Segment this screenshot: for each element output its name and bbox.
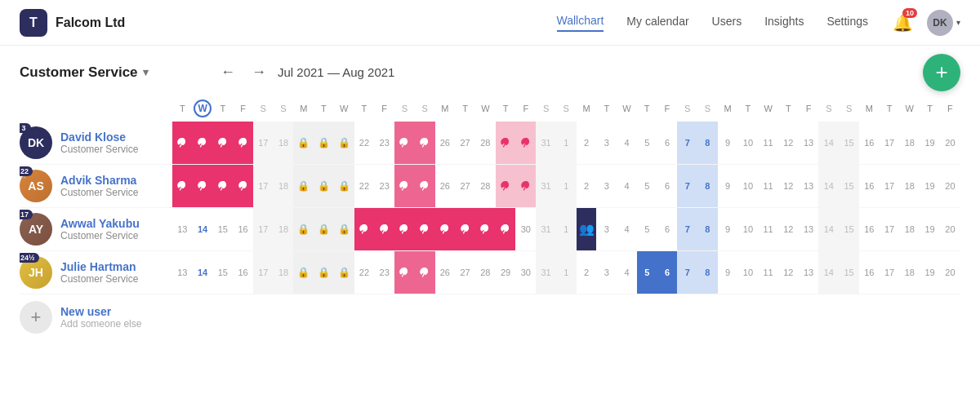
- day-cell-r0-c11[interactable]: [394, 122, 415, 165]
- day-cell-r0-c33[interactable]: 15: [839, 122, 859, 165]
- day-cell-r1-c23[interactable]: 5: [637, 165, 657, 208]
- user-avatar[interactable]: DK: [927, 10, 953, 36]
- day-cell-r1-c1[interactable]: [193, 165, 213, 208]
- day-cell-r0-c28[interactable]: 10: [738, 122, 759, 165]
- day-cell-r0-c5[interactable]: 18: [274, 122, 294, 165]
- day-cell-r3-c0[interactable]: 13: [172, 251, 193, 294]
- day-cell-r3-c27[interactable]: 9: [718, 251, 738, 294]
- day-cell-r2-c17[interactable]: 30: [515, 208, 536, 251]
- day-cell-r1-c13[interactable]: 26: [435, 165, 456, 208]
- day-cell-r2-c24[interactable]: 6: [657, 208, 678, 251]
- prev-period-button[interactable]: ←: [216, 62, 240, 82]
- day-cell-r2-c35[interactable]: 17: [880, 208, 900, 251]
- day-cell-r1-c32[interactable]: 14: [818, 165, 839, 208]
- day-cell-r1-c8[interactable]: 🔒: [334, 165, 354, 208]
- day-cell-r0-c16[interactable]: [496, 122, 516, 165]
- day-cell-r1-c3[interactable]: [233, 165, 253, 208]
- day-cell-r2-c20[interactable]: 👥: [577, 208, 597, 251]
- day-cell-r1-c37[interactable]: 19: [920, 165, 940, 208]
- department-selector[interactable]: Customer Service ▾: [20, 64, 183, 81]
- day-cell-r0-c38[interactable]: 20: [940, 122, 960, 165]
- day-cell-r0-c31[interactable]: 13: [799, 122, 819, 165]
- day-cell-r3-c16[interactable]: 29: [496, 251, 516, 294]
- user-menu[interactable]: DK ▾: [927, 10, 960, 36]
- day-cell-r2-c2[interactable]: 15: [212, 208, 233, 251]
- day-cell-r3-c37[interactable]: 19: [920, 251, 940, 294]
- day-cell-r0-c12[interactable]: [415, 122, 435, 165]
- day-cell-r2-c21[interactable]: 3: [596, 208, 617, 251]
- day-cell-r0-c9[interactable]: 22: [354, 122, 375, 165]
- day-cell-r1-c27[interactable]: 9: [718, 165, 738, 208]
- nav-insights[interactable]: Insights: [764, 15, 804, 31]
- day-cell-r3-c21[interactable]: 3: [596, 251, 617, 294]
- day-cell-r3-c8[interactable]: 🔒: [334, 251, 354, 294]
- day-cell-r1-c11[interactable]: [394, 165, 415, 208]
- day-cell-r1-c2[interactable]: [212, 165, 233, 208]
- day-cell-r1-c34[interactable]: 16: [859, 165, 880, 208]
- day-cell-r1-c35[interactable]: 17: [880, 165, 900, 208]
- day-cell-r2-c1[interactable]: 14: [193, 208, 213, 251]
- day-cell-r2-c25[interactable]: 7: [677, 208, 697, 251]
- day-cell-r2-c22[interactable]: 4: [617, 208, 637, 251]
- day-cell-r1-c18[interactable]: 31: [536, 165, 556, 208]
- day-cell-r2-c16[interactable]: [496, 208, 516, 251]
- day-cell-r3-c5[interactable]: 18: [274, 251, 294, 294]
- day-cell-r0-c23[interactable]: 5: [637, 122, 657, 165]
- day-cell-r3-c33[interactable]: 15: [839, 251, 859, 294]
- day-cell-r3-c24[interactable]: 6: [657, 251, 678, 294]
- day-cell-r0-c7[interactable]: 🔒: [314, 122, 334, 165]
- day-cell-r1-c14[interactable]: 27: [455, 165, 475, 208]
- day-cell-r3-c18[interactable]: 31: [536, 251, 556, 294]
- day-cell-r2-c11[interactable]: [394, 208, 415, 251]
- day-cell-r2-c37[interactable]: 19: [920, 208, 940, 251]
- day-cell-r0-c29[interactable]: 11: [758, 122, 778, 165]
- day-cell-r3-c38[interactable]: 20: [940, 251, 960, 294]
- day-cell-r3-c7[interactable]: 🔒: [314, 251, 334, 294]
- day-cell-r0-c30[interactable]: 12: [778, 122, 799, 165]
- day-cell-r1-c9[interactable]: 22: [354, 165, 375, 208]
- day-cell-r3-c9[interactable]: 22: [354, 251, 375, 294]
- day-cell-r1-c28[interactable]: 10: [738, 165, 759, 208]
- day-cell-r2-c18[interactable]: 31: [536, 208, 556, 251]
- day-cell-r3-c30[interactable]: 12: [778, 251, 799, 294]
- day-cell-r2-c0[interactable]: 13: [172, 208, 193, 251]
- day-cell-r0-c36[interactable]: 18: [899, 122, 920, 165]
- day-cell-r1-c15[interactable]: 28: [475, 165, 496, 208]
- nav-my-calendar[interactable]: My calendar: [626, 15, 688, 31]
- day-cell-r2-c5[interactable]: 18: [274, 208, 294, 251]
- day-cell-r3-c10[interactable]: 23: [374, 251, 394, 294]
- day-cell-r0-c25[interactable]: 7: [677, 122, 697, 165]
- day-cell-r1-c25[interactable]: 7: [677, 165, 697, 208]
- day-cell-r2-c29[interactable]: 11: [758, 208, 778, 251]
- day-cell-r3-c2[interactable]: 15: [212, 251, 233, 294]
- person-name-0[interactable]: David Klose: [60, 131, 138, 144]
- day-cell-r2-c38[interactable]: 20: [940, 208, 960, 251]
- day-cell-r0-c3[interactable]: [233, 122, 253, 165]
- day-cell-r3-c34[interactable]: 16: [859, 251, 880, 294]
- day-cell-r2-c36[interactable]: 18: [899, 208, 920, 251]
- day-cell-r3-c3[interactable]: 16: [233, 251, 253, 294]
- day-cell-r1-c12[interactable]: [415, 165, 435, 208]
- day-cell-r1-c24[interactable]: 6: [657, 165, 678, 208]
- day-cell-r2-c19[interactable]: 1: [556, 208, 577, 251]
- day-cell-r2-c4[interactable]: 17: [253, 208, 274, 251]
- day-cell-r2-c32[interactable]: 14: [818, 208, 839, 251]
- day-cell-r2-c3[interactable]: 16: [233, 208, 253, 251]
- person-name-2[interactable]: Awwal Yakubu: [60, 217, 140, 230]
- day-cell-r1-c38[interactable]: 20: [940, 165, 960, 208]
- day-cell-r1-c30[interactable]: 12: [778, 165, 799, 208]
- day-cell-r0-c34[interactable]: 16: [859, 122, 880, 165]
- day-cell-r0-c0[interactable]: [172, 122, 193, 165]
- person-name-1[interactable]: Advik Sharma: [60, 174, 138, 187]
- day-cell-r0-c37[interactable]: 19: [920, 122, 940, 165]
- day-cell-r0-c19[interactable]: 1: [556, 122, 577, 165]
- day-cell-r3-c6[interactable]: 🔒: [293, 251, 314, 294]
- day-cell-r1-c0[interactable]: [172, 165, 193, 208]
- day-cell-r3-c28[interactable]: 10: [738, 251, 759, 294]
- day-cell-r1-c4[interactable]: 17: [253, 165, 274, 208]
- day-cell-r3-c13[interactable]: 26: [435, 251, 456, 294]
- day-cell-r3-c31[interactable]: 13: [799, 251, 819, 294]
- day-cell-r3-c17[interactable]: 30: [515, 251, 536, 294]
- day-cell-r2-c26[interactable]: 8: [697, 208, 718, 251]
- day-cell-r3-c4[interactable]: 17: [253, 251, 274, 294]
